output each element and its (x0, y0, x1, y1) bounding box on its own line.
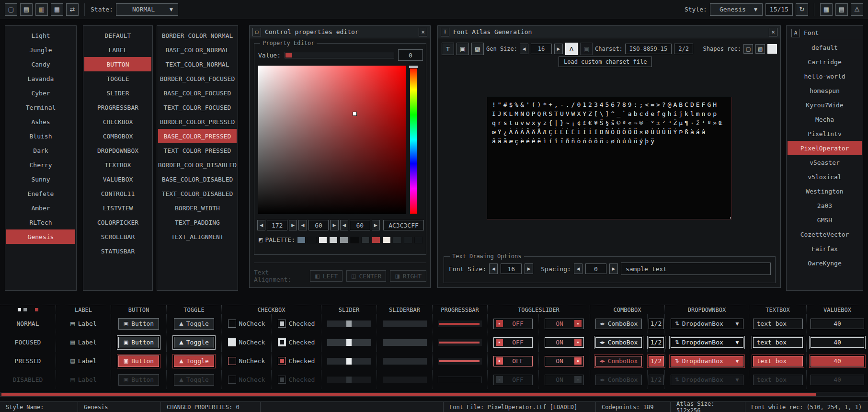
charset-value-box[interactable]: ISO-8859-15 (625, 44, 672, 54)
horizontal-scrollbar[interactable] (0, 392, 868, 397)
toggle-knob[interactable]: ▪ (496, 376, 503, 383)
editor-titlebar[interactable]: ▢ Control properties editor × (250, 26, 430, 38)
checkbox-unchecked[interactable] (228, 338, 236, 346)
control-item[interactable]: SLIDER (84, 86, 151, 100)
checkbox-checked[interactable] (278, 338, 286, 346)
style-item[interactable]: Enefete (6, 186, 75, 201)
toggle-knob[interactable]: ▪ (496, 320, 503, 327)
shapes-rec-white-button[interactable] (767, 44, 777, 54)
hue-handle[interactable] (409, 65, 418, 69)
control-item[interactable]: COLORPICKER (84, 215, 151, 229)
state-dropdown[interactable]: NORMAL ▼ (116, 3, 178, 16)
style-item[interactable]: Lavanda (6, 71, 75, 86)
control-item[interactable]: DEFAULT (84, 28, 151, 43)
palette-swatch[interactable] (329, 237, 338, 243)
valuebox-demo[interactable]: 40 (811, 375, 864, 385)
control-item[interactable]: STATUSBAR (84, 244, 151, 258)
toggleslider-off-demo[interactable]: ▪OFF (493, 375, 533, 385)
checkbox-checked[interactable] (278, 357, 286, 365)
align-right-button[interactable]: ◨RIGHT (390, 270, 426, 282)
property-item[interactable]: BORDER_COLOR_DISABLED (158, 158, 237, 172)
font-item[interactable]: OwreKynge (788, 256, 862, 270)
style-item[interactable]: Bluish (6, 129, 75, 143)
spinner-left-button[interactable]: ◀ (340, 220, 348, 230)
toggle-demo[interactable]: ▲Toggle (174, 355, 214, 367)
spinner-left-button[interactable]: ◀ (298, 220, 307, 230)
slider-knob[interactable] (346, 320, 352, 327)
combobox-counter[interactable]: 1/2 (649, 356, 664, 366)
align-left-button[interactable]: ◧LEFT (310, 270, 343, 282)
spacing-value-box[interactable]: 0 (585, 263, 606, 274)
toggle-knob[interactable]: ▪ (496, 339, 503, 346)
dropdownbox-demo[interactable]: ⇅DropdownBox▼ (671, 375, 743, 385)
property-item-selected[interactable]: BASE_COLOR_PRESSED (158, 129, 237, 143)
export-style-button[interactable]: ▦ (51, 3, 63, 16)
combobox-counter[interactable]: 1/2 (649, 337, 664, 348)
control-item[interactable]: CONTROL11 (84, 186, 151, 201)
button-demo[interactable]: ▣Button (118, 337, 159, 348)
hue-bar[interactable] (410, 66, 417, 214)
font-item[interactable]: homespun (788, 83, 862, 98)
checkbox-checked[interactable] (278, 320, 286, 328)
control-item[interactable]: TOGGLE (84, 71, 151, 86)
slider-demo[interactable] (327, 377, 371, 383)
control-item-selected[interactable]: BUTTON (84, 57, 151, 71)
gen-size-value-box[interactable]: 16 (531, 44, 552, 54)
textbox-demo[interactable]: text box (753, 319, 803, 329)
combobox-counter[interactable]: 1/2 (649, 319, 664, 329)
property-item[interactable]: TEXT_PADDING (158, 215, 237, 229)
font-item[interactable]: Cartridge (788, 55, 862, 69)
toggle-knob[interactable]: ▪ (574, 339, 582, 346)
style-item[interactable]: Amber (6, 201, 75, 215)
valuebox-demo[interactable]: 40 (811, 356, 864, 366)
palette-swatch[interactable] (414, 237, 423, 243)
style-item[interactable]: Light (6, 28, 75, 43)
value-box[interactable]: 0 (398, 49, 423, 61)
sliderbar-demo[interactable] (383, 339, 427, 346)
toggle-knob[interactable]: ▪ (574, 357, 582, 365)
property-item[interactable]: BASE_COLOR_NORMAL (158, 43, 237, 57)
font-atlas-preview[interactable]: !"#$%&'()*+,-./0123456789:;<=>?@ABCDEFGH… (487, 97, 732, 219)
palette-swatch[interactable] (340, 237, 348, 243)
style-item[interactable]: Candy (6, 57, 75, 71)
toggle-demo[interactable]: ▲Toggle (174, 318, 214, 330)
property-item[interactable]: BORDER_COLOR_PRESSED (158, 114, 237, 129)
toggleslider-on-demo[interactable]: ▪ON (545, 337, 584, 348)
font-item[interactable]: Mecha (788, 112, 862, 126)
combobox-demo[interactable]: ◂▸ComboBox (595, 337, 642, 348)
toggle-demo[interactable]: ▲Toggle (174, 337, 214, 348)
style-dropdown[interactable]: Genesis ▼ (710, 3, 763, 16)
property-item[interactable]: BORDER_COLOR_NORMAL (158, 28, 237, 43)
control-item[interactable]: DROPDOWNBOX (84, 143, 151, 158)
style-sheet-button[interactable]: ▤ (835, 3, 848, 16)
palette-swatch[interactable] (297, 237, 306, 243)
load-style-button[interactable]: ▤ (20, 3, 33, 16)
red-value-box[interactable]: 172 (267, 220, 287, 230)
valuebox-demo[interactable]: 40 (811, 337, 864, 348)
control-item[interactable]: LISTVIEW (84, 201, 151, 215)
style-item[interactable]: Jungle (6, 43, 75, 57)
toggle-knob[interactable]: ▪ (496, 357, 503, 365)
textbox-demo[interactable]: text box (753, 337, 803, 348)
font-item[interactable]: 2a03 (788, 198, 862, 213)
control-item[interactable]: COMBOBOX (84, 129, 151, 143)
toggle-demo[interactable]: ▲Toggle (174, 374, 214, 386)
gen-size-decrease-button[interactable]: ◀ (520, 44, 528, 54)
palette-swatch[interactable] (308, 237, 316, 243)
shapes-rec-outline-button[interactable]: ▢ (743, 44, 753, 54)
combobox-demo[interactable]: ◂▸ComboBox (595, 319, 642, 329)
random-style-button[interactable]: ⇄ (66, 3, 79, 16)
charset-preview-button[interactable]: ▣ (580, 43, 593, 55)
palette-swatch[interactable] (382, 237, 391, 243)
property-item[interactable]: TEXT_COLOR_NORMAL (158, 57, 237, 71)
property-item[interactable]: BORDER_WIDTH (158, 201, 237, 215)
checkbox-unchecked[interactable] (228, 376, 236, 384)
spinner-left-button[interactable]: ◀ (257, 220, 265, 230)
palette-swatch[interactable] (361, 237, 370, 243)
spacing-increase-button[interactable]: ▶ (609, 263, 618, 274)
style-item[interactable]: Cyber (6, 86, 75, 100)
property-item[interactable]: TEXT_COLOR_FOCUSED (158, 100, 237, 114)
button-demo[interactable]: ▣Button (118, 374, 159, 386)
property-item[interactable]: TEXT_ALIGNMENT (158, 229, 237, 244)
palette-swatch[interactable] (404, 237, 412, 243)
